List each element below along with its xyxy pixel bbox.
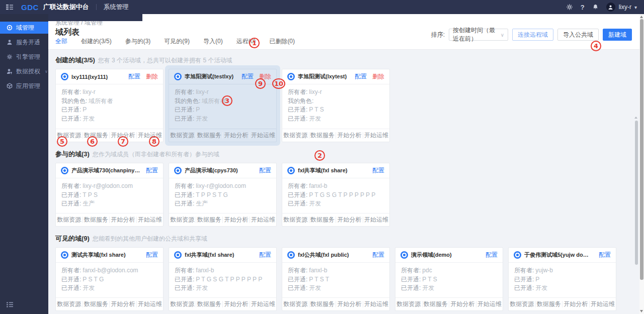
user-avatar[interactable] (606, 3, 615, 12)
nav-menu-system[interactable]: 系统管理 (104, 3, 129, 12)
configure-link[interactable]: 配置 (372, 166, 384, 175)
card-footer-action[interactable]: 开始运维 (589, 301, 616, 307)
tab-4[interactable]: 可见的(9) (164, 37, 190, 46)
delete-link[interactable]: 删除 (372, 72, 384, 81)
domain-card[interactable]: 测试共享域(fxl share)配置所有者:fanxl-b@glodon.com… (55, 247, 164, 311)
card-footer-action[interactable]: 数据资源 (56, 217, 83, 223)
card-footer-action[interactable]: 开始运维 (136, 301, 164, 307)
card-footer-action[interactable]: 开始分析 (336, 217, 363, 223)
card-footer-action[interactable]: 数据资源 (282, 301, 309, 307)
connect-remote-domain-button[interactable]: 连接远程域 (512, 29, 553, 41)
domain-card[interactable]: 李旭阳测试(lxytest)配置删除所有者:lixy-r我的角色:已开通:P T… (282, 69, 390, 142)
card-footer-action[interactable]: 数据服务 (196, 132, 223, 139)
page-scrollbar-thumb[interactable] (640, 19, 643, 280)
card-footer-action[interactable]: 数据资源 (169, 132, 196, 139)
card-footer-action[interactable]: 数据服务 (83, 217, 110, 223)
configure-link[interactable]: 配置 (259, 166, 271, 175)
new-domain-button[interactable]: 新建域 (603, 29, 632, 41)
card-footer-action[interactable]: 数据资源 (395, 301, 422, 307)
card-footer-action[interactable]: 数据资源 (56, 301, 83, 307)
apps-menu-icon[interactable] (6, 4, 13, 10)
tab-7[interactable]: 已删除(0) (269, 37, 295, 46)
domain-icon (61, 73, 68, 80)
card-footer-action[interactable]: 开始分析 (109, 217, 136, 223)
configure-link[interactable]: 配置 (146, 166, 158, 175)
help-icon[interactable]: ? (581, 4, 585, 11)
card-footer-action[interactable]: 数据服务 (535, 301, 562, 307)
user-name[interactable]: lixy-r (619, 4, 631, 11)
scrollbar-down-arrow[interactable] (640, 310, 643, 312)
card-footer-action[interactable]: 开始运维 (363, 132, 390, 139)
card-footer-action[interactable]: 开始分析 (222, 301, 250, 307)
field-label: 已开通: (175, 106, 194, 113)
card-footer-action[interactable]: 数据服务 (309, 132, 336, 139)
content-scrollbar-up-arrow[interactable] (634, 117, 637, 119)
notifications-bell-icon[interactable] (592, 4, 599, 11)
card-footer-action[interactable]: 开始分析 (562, 301, 589, 307)
card-footer-action[interactable]: 开始运维 (250, 132, 277, 139)
card-footer-action[interactable]: 开始运维 (136, 217, 164, 223)
card-footer-action[interactable]: 开始运维 (250, 301, 277, 307)
card-footer-action[interactable]: 开始分析 (222, 132, 250, 139)
delete-link[interactable]: 删除 (146, 72, 158, 81)
domain-card[interactable]: lxy111(lxy111)配置删除所有者:lixy-r我的角色:域所有者已开通… (55, 69, 164, 142)
tab-1[interactable]: 全部 (55, 37, 67, 46)
card-footer-action[interactable]: 数据服务 (422, 301, 449, 307)
tab-5[interactable]: 导入(0) (203, 37, 223, 46)
sidebar-item-data-authorization[interactable]: 数据授权 ∨ (0, 65, 48, 77)
settings-gear-icon[interactable] (566, 4, 573, 11)
sort-select[interactable]: 按创建时间（最近在前） ∨ (449, 29, 508, 41)
sidebar-item-service-activation[interactable]: 服务开通 (0, 36, 48, 48)
card-footer-action[interactable]: 开始分析 (449, 301, 476, 307)
chevron-down-icon: ∨ (45, 69, 48, 74)
configure-link[interactable]: 配置 (259, 251, 271, 259)
card-footer-action[interactable]: 数据资源 (169, 301, 196, 307)
field-value: 开发 (309, 284, 321, 291)
sidebar-item-app-management[interactable]: 应用管理 (0, 80, 48, 92)
configure-link[interactable]: 配置 (372, 251, 384, 259)
user-caret-icon[interactable]: ▾ (634, 5, 637, 10)
content-scrollbar[interactable] (635, 121, 638, 265)
card-footer-action[interactable]: 数据服务 (309, 217, 336, 223)
domain-card[interactable]: 产品演示域(cpys730)配置所有者:lixy-r@glodon.com已开通… (169, 163, 277, 227)
tab-2[interactable]: 创建的(3/5) (81, 37, 112, 46)
card-footer-action[interactable]: 数据服务 (196, 217, 223, 223)
sidebar-item-engine-management[interactable]: 引擎管理 (0, 51, 48, 63)
import-public-domain-button[interactable]: 导入公共域 (557, 29, 599, 41)
domain-card[interactable]: 于俊伟测试域5(yujw domain test5)配置所有者:yujw-b已开… (508, 247, 616, 311)
card-field: 已开通:P T S T (288, 275, 384, 284)
card-footer-action[interactable]: 开始运维 (363, 217, 390, 223)
card-footer-action[interactable]: 数据资源 (282, 132, 309, 139)
card-footer-action[interactable]: 数据资源 (282, 217, 309, 223)
card-footer-action[interactable]: 数据资源 (509, 301, 535, 307)
card-footer-action[interactable]: 开始分析 (109, 301, 136, 307)
domain-card[interactable]: 演示领域(demo)配置所有者:pdc已开通:P T S已开通:开发数据资源数据… (395, 247, 503, 311)
card-footer-action[interactable]: 开始运维 (476, 301, 503, 307)
card-footer-action[interactable]: 数据资源 (169, 217, 196, 223)
scrollbar-up-arrow[interactable] (640, 16, 643, 18)
card-footer-action[interactable]: 数据服务 (309, 301, 336, 307)
domain-card[interactable]: fxl共享域(fxl share)配置所有者:fanxl-b已开通:P T G … (282, 163, 390, 227)
card-footer-action[interactable]: 开始分析 (222, 217, 250, 223)
tab-3[interactable]: 参与的(3) (125, 37, 151, 46)
card-footer-action[interactable]: 开始运维 (363, 301, 390, 307)
page-scrollbar[interactable] (639, 14, 644, 314)
domain-card[interactable]: fxl共享域(fxl share)配置所有者:fanxl-b已开通:P T G … (169, 247, 277, 311)
sidebar-item-domain-management[interactable]: 域管理 (0, 22, 48, 34)
section-title: 可见的域(9) (55, 235, 90, 242)
configure-link[interactable]: 配置 (599, 251, 611, 259)
card-footer-action[interactable]: 数据服务 (196, 301, 223, 307)
card-footer-action[interactable]: 开始运维 (250, 217, 277, 223)
configure-link[interactable]: 配置 (128, 72, 140, 81)
domain-card[interactable]: 产品演示域730(chanpinyanshi)配置所有者:lixy-r@glod… (55, 163, 164, 227)
sidebar-collapse-icon[interactable] (7, 300, 13, 309)
configure-link[interactable]: 配置 (486, 251, 498, 259)
configure-link[interactable]: 配置 (146, 251, 158, 259)
card-footer-action[interactable]: 数据服务 (83, 301, 110, 307)
domain-name: 李旭阳测试(lxytest) (298, 73, 349, 80)
configure-link[interactable]: 配置 (242, 72, 254, 81)
card-footer-action[interactable]: 开始分析 (336, 301, 363, 307)
card-footer-action[interactable]: 开始分析 (336, 132, 363, 139)
configure-link[interactable]: 配置 (355, 72, 367, 81)
domain-card[interactable]: fxl公共域(fxl public)配置所有者:fanxl-b已开通:P T S… (282, 247, 390, 311)
